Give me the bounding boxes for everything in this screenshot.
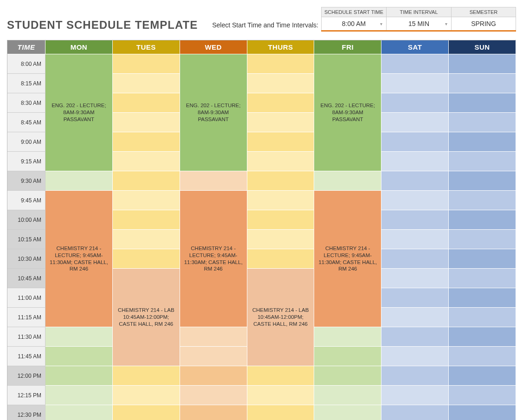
cell[interactable] xyxy=(381,308,449,327)
cell[interactable] xyxy=(113,152,180,171)
cell[interactable] xyxy=(449,210,516,230)
cell[interactable] xyxy=(247,132,315,152)
cell[interactable] xyxy=(113,132,180,152)
cell[interactable] xyxy=(247,93,315,113)
cell[interactable] xyxy=(381,74,449,93)
cell[interactable] xyxy=(381,230,449,249)
cell[interactable] xyxy=(113,405,180,420)
cell[interactable] xyxy=(381,171,449,191)
cell[interactable] xyxy=(45,366,113,386)
event-eng202-mon[interactable]: ENG. 202 - LECTURE; 8AM-9:30AM PASSAVANT xyxy=(45,54,113,171)
cell[interactable] xyxy=(45,327,113,347)
cell[interactable] xyxy=(449,366,516,386)
cell[interactable] xyxy=(113,249,180,269)
cell[interactable] xyxy=(381,93,449,113)
cell[interactable] xyxy=(381,347,449,366)
cell[interactable] xyxy=(247,405,315,420)
cell[interactable] xyxy=(180,366,247,386)
cell[interactable] xyxy=(247,210,315,230)
cell[interactable] xyxy=(381,152,449,171)
cell[interactable] xyxy=(449,327,516,347)
cell[interactable] xyxy=(449,93,516,113)
cell[interactable] xyxy=(449,269,516,288)
cell[interactable] xyxy=(45,347,113,366)
cell[interactable] xyxy=(247,54,315,74)
cell[interactable] xyxy=(180,171,247,191)
cell[interactable] xyxy=(113,54,180,74)
event-chem214lab-tue[interactable]: CHEMISTRY 214 - LAB 10:45AM-12:00PM; CAS… xyxy=(113,269,180,366)
time-cell: 8:30 AM xyxy=(7,93,45,113)
cell[interactable] xyxy=(113,74,180,93)
cell[interactable] xyxy=(381,269,449,288)
cell[interactable] xyxy=(247,230,315,249)
cell[interactable] xyxy=(381,405,449,420)
cell[interactable] xyxy=(449,288,516,308)
cell[interactable] xyxy=(381,54,449,74)
event-eng202-fri[interactable]: ENG. 202 - LECTURE; 8AM-9:30AM PASSAVANT xyxy=(314,54,381,171)
cell[interactable] xyxy=(449,249,516,269)
interval-select[interactable]: 15 MIN ▾ xyxy=(387,17,451,30)
cell[interactable] xyxy=(381,249,449,269)
cell[interactable] xyxy=(449,152,516,171)
cell[interactable] xyxy=(314,327,381,347)
cell[interactable] xyxy=(180,386,247,405)
cell[interactable] xyxy=(247,366,315,386)
cell[interactable] xyxy=(247,171,315,191)
cell[interactable] xyxy=(247,386,315,405)
cell[interactable] xyxy=(113,210,180,230)
cell[interactable] xyxy=(113,386,180,405)
cell[interactable] xyxy=(449,132,516,152)
cell[interactable] xyxy=(381,288,449,308)
cell[interactable] xyxy=(113,366,180,386)
event-eng202-wed[interactable]: ENG. 202 - LECTURE; 8AM-9:30AM PASSAVANT xyxy=(180,54,247,171)
cell[interactable] xyxy=(113,191,180,210)
cell[interactable] xyxy=(113,93,180,113)
cell[interactable] xyxy=(247,152,315,171)
cell[interactable] xyxy=(381,366,449,386)
cell[interactable] xyxy=(449,308,516,327)
cell[interactable] xyxy=(381,210,449,230)
start-time-select[interactable]: 8:00 AM ▾ xyxy=(322,17,386,30)
cell[interactable] xyxy=(45,405,113,420)
semester-field[interactable]: SPRING xyxy=(452,17,516,30)
schedule-grid: TIME MON TUES WED THURS FRI SAT SUN ENG.… xyxy=(7,40,516,420)
cell[interactable] xyxy=(314,171,381,191)
event-chem214-wed[interactable]: CHEMISTRY 214 - LECTURE; 9:45AM-11:30AM;… xyxy=(180,191,247,327)
col-header-wed: WED xyxy=(180,40,247,54)
cell[interactable] xyxy=(314,405,381,420)
cell[interactable] xyxy=(381,113,449,132)
cell[interactable] xyxy=(180,347,247,366)
cell[interactable] xyxy=(247,113,315,132)
cell[interactable] xyxy=(381,191,449,210)
time-cell: 11:15 AM xyxy=(7,308,45,327)
time-cell: 10:00 AM xyxy=(7,210,45,230)
cell[interactable] xyxy=(247,191,315,210)
cell[interactable] xyxy=(113,230,180,249)
cell[interactable] xyxy=(314,347,381,366)
cell[interactable] xyxy=(113,113,180,132)
event-chem214-mon[interactable]: CHEMISTRY 214 - LECTURE; 9:45AM-11:30AM;… xyxy=(45,191,113,327)
cell[interactable] xyxy=(449,386,516,405)
cell[interactable] xyxy=(314,386,381,405)
cell[interactable] xyxy=(449,191,516,210)
cell[interactable] xyxy=(113,171,180,191)
event-chem214lab-thu[interactable]: CHEMISTRY 214 - LAB 10:45AM-12:00PM; CAS… xyxy=(247,269,315,366)
cell[interactable] xyxy=(381,386,449,405)
event-chem214-fri[interactable]: CHEMISTRY 214 - LECTURE; 9:45AM-11:30AM;… xyxy=(314,191,381,327)
cell[interactable] xyxy=(449,74,516,93)
cell[interactable] xyxy=(45,171,113,191)
cell[interactable] xyxy=(449,54,516,74)
cell[interactable] xyxy=(45,386,113,405)
cell[interactable] xyxy=(180,405,247,420)
cell[interactable] xyxy=(180,327,247,347)
cell[interactable] xyxy=(247,249,315,269)
cell[interactable] xyxy=(449,347,516,366)
cell[interactable] xyxy=(381,327,449,347)
cell[interactable] xyxy=(314,366,381,386)
cell[interactable] xyxy=(449,171,516,191)
cell[interactable] xyxy=(449,230,516,249)
cell[interactable] xyxy=(449,405,516,420)
cell[interactable] xyxy=(381,132,449,152)
cell[interactable] xyxy=(247,74,315,93)
cell[interactable] xyxy=(449,113,516,132)
